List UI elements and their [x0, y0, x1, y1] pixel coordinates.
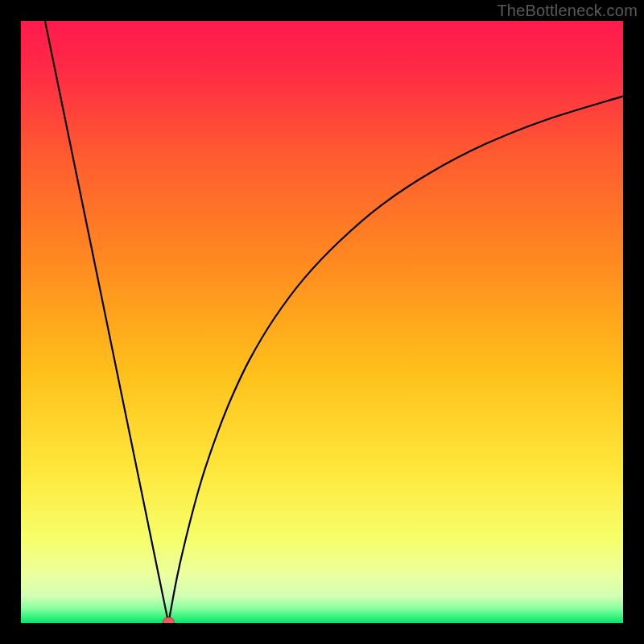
- chart-plot-area: [21, 21, 623, 623]
- gradient-background: [21, 21, 623, 623]
- chart-frame: TheBottleneck.com: [0, 0, 644, 644]
- optimal-point-marker: [163, 617, 174, 623]
- chart-svg: [21, 21, 623, 623]
- watermark-text: TheBottleneck.com: [497, 2, 638, 20]
